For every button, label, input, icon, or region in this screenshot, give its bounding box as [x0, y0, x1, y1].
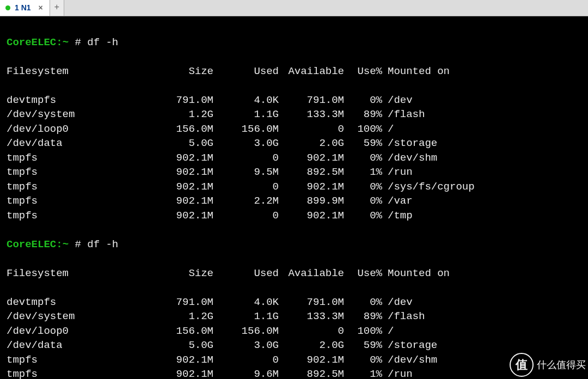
cell-avail: 902.1M	[279, 209, 344, 223]
table-row: devtmpfs791.0M4.0K791.0M0%/dev	[7, 295, 581, 310]
table-row: tmpfs902.1M0902.1M0%/tmp	[7, 209, 581, 223]
prompt-host: CoreELEC:	[7, 239, 63, 250]
cell-size: 902.1M	[148, 180, 213, 194]
cell-avail: 133.3M	[279, 107, 344, 122]
cell-size: 5.0G	[148, 338, 213, 353]
cell-used: 3.0G	[213, 136, 279, 151]
hdr-used: Used	[213, 266, 279, 281]
table-row: tmpfs902.1M2.2M899.9M0%/var	[7, 194, 581, 209]
cell-usep: 0%	[344, 180, 382, 194]
cell-usep: 0%	[344, 353, 382, 368]
cell-used: 0	[213, 151, 279, 166]
cell-mnt: /dev	[382, 93, 413, 108]
cell-usep: 100%	[344, 324, 382, 339]
table1-body: devtmpfs791.0M4.0K791.0M0%/dev/dev/syste…	[7, 93, 581, 223]
cell-usep: 0%	[344, 209, 382, 223]
cell-avail: 892.5M	[279, 367, 344, 379]
cell-usep: 0%	[344, 194, 382, 209]
cell-usep: 59%	[344, 338, 382, 353]
close-icon[interactable]: ×	[39, 1, 43, 15]
cell-fs: /dev/data	[7, 338, 148, 353]
cell-avail: 2.0G	[279, 136, 344, 151]
cell-size: 791.0M	[148, 93, 213, 108]
cell-fs: /dev/system	[7, 309, 148, 324]
cell-avail: 0	[279, 324, 344, 339]
cell-usep: 100%	[344, 122, 382, 137]
table-row: tmpfs902.1M0902.1M0%/sys/fs/cgroup	[7, 180, 581, 194]
cell-size: 1.2G	[148, 309, 213, 324]
prompt-tilde: ~	[63, 239, 69, 250]
cell-size: 902.1M	[148, 367, 213, 379]
hdr-usep: Use%	[344, 266, 382, 281]
cell-fs: tmpfs	[7, 165, 148, 180]
watermark-badge-icon: 值	[510, 353, 534, 377]
cell-avail: 902.1M	[279, 180, 344, 194]
cell-size: 902.1M	[148, 353, 213, 368]
cell-mnt: /dev/shm	[382, 353, 437, 368]
cell-avail: 902.1M	[279, 353, 344, 368]
cell-usep: 89%	[344, 107, 382, 122]
cell-fs: /dev/loop0	[7, 122, 148, 137]
cell-fs: tmpfs	[7, 367, 148, 379]
cell-avail: 133.3M	[279, 309, 344, 324]
cell-fs: tmpfs	[7, 194, 148, 209]
cell-mnt: /run	[382, 165, 413, 180]
cell-used: 4.0K	[213, 93, 279, 108]
cell-usep: 0%	[344, 295, 382, 310]
cell-size: 156.0M	[148, 324, 213, 339]
prompt-line: CoreELEC:~ # df -h	[7, 35, 581, 50]
cell-size: 156.0M	[148, 122, 213, 137]
hdr-avail: Available	[279, 266, 344, 281]
prompt-hash: #	[75, 36, 81, 48]
tab-title: 1 N1	[15, 1, 31, 15]
cell-usep: 1%	[344, 367, 382, 379]
cell-size: 791.0M	[148, 295, 213, 310]
new-tab-button[interactable]: +	[50, 0, 64, 16]
hdr-fs: Filesystem	[7, 64, 148, 79]
cell-mnt: /dev	[382, 295, 413, 310]
hdr-used: Used	[213, 64, 279, 79]
cell-fs: tmpfs	[7, 209, 148, 223]
hdr-fs: Filesystem	[7, 266, 148, 281]
table-header: FilesystemSizeUsedAvailableUse%Mounted o…	[7, 266, 581, 281]
cell-mnt: /storage	[382, 338, 437, 353]
cell-usep: 0%	[344, 151, 382, 166]
cell-size: 902.1M	[148, 165, 213, 180]
table-row: tmpfs902.1M0902.1M0%/dev/shm	[7, 353, 581, 368]
table-row: /dev/system1.2G1.1G133.3M89%/flash	[7, 107, 581, 122]
cell-avail: 0	[279, 122, 344, 137]
cell-avail: 2.0G	[279, 338, 344, 353]
tab-bar: 1 N1 × +	[0, 0, 588, 16]
table-header: FilesystemSizeUsedAvailableUse%Mounted o…	[7, 64, 581, 79]
hdr-mnt: Mounted on	[382, 266, 450, 281]
cell-mnt: /tmp	[382, 209, 413, 223]
cell-used: 156.0M	[213, 122, 279, 137]
cell-fs: tmpfs	[7, 180, 148, 194]
cell-size: 902.1M	[148, 151, 213, 166]
terminal-output[interactable]: CoreELEC:~ # df -h FilesystemSizeUsedAva…	[0, 16, 588, 379]
cell-used: 4.0K	[213, 295, 279, 310]
tab-active[interactable]: 1 N1 ×	[0, 0, 50, 16]
cell-usep: 0%	[344, 93, 382, 108]
cell-used: 3.0G	[213, 338, 279, 353]
table-row: /dev/loop0156.0M156.0M0100%/	[7, 122, 581, 137]
table-row: tmpfs902.1M9.5M892.5M1%/run	[7, 165, 581, 180]
cell-used: 9.6M	[213, 367, 279, 379]
cell-usep: 1%	[344, 165, 382, 180]
cell-avail: 902.1M	[279, 151, 344, 166]
cell-used: 0	[213, 353, 279, 368]
hdr-usep: Use%	[344, 64, 382, 79]
cell-mnt: /flash	[382, 309, 425, 324]
cell-size: 902.1M	[148, 194, 213, 209]
cell-used: 156.0M	[213, 324, 279, 339]
table-row: /dev/data5.0G3.0G2.0G59%/storage	[7, 136, 581, 151]
hdr-size: Size	[148, 266, 213, 281]
table-row: tmpfs902.1M0902.1M0%/dev/shm	[7, 151, 581, 166]
hdr-avail: Available	[279, 64, 344, 79]
cell-avail: 899.9M	[279, 194, 344, 209]
cell-used: 1.1G	[213, 309, 279, 324]
cell-mnt: /run	[382, 367, 413, 379]
prompt-hash: #	[75, 239, 81, 250]
cell-used: 0	[213, 209, 279, 223]
prompt-host: CoreELEC:	[7, 36, 63, 48]
